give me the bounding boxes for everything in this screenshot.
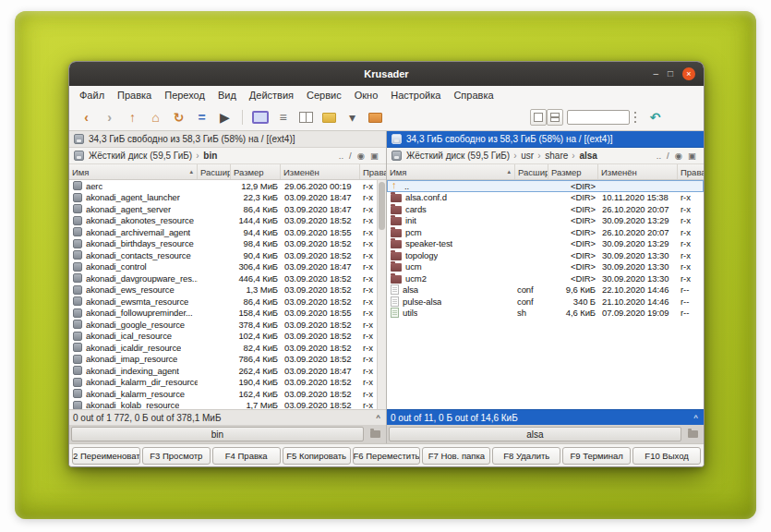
- function-key-button[interactable]: F7 Нов. папка: [422, 447, 490, 465]
- back-icon[interactable]: ‹: [75, 106, 98, 128]
- collapse-icon[interactable]: ^: [374, 414, 382, 422]
- toolbar-grip[interactable]: [633, 110, 640, 125]
- right-disk-usage-bar[interactable]: 34,3 ГиБ свободно из 58,3 ГиБ (58%) на /…: [387, 131, 704, 148]
- scrollbar[interactable]: [377, 180, 386, 409]
- home-icon[interactable]: ⌂: [144, 106, 167, 128]
- split-view-icon[interactable]: [295, 106, 318, 128]
- breadcrumb-segment[interactable]: share: [535, 151, 569, 161]
- rootdir-button[interactable]: /: [664, 150, 672, 163]
- file-row[interactable]: akonadi_kalarm_resource 162,4 КиБ 03.09.…: [69, 388, 386, 400]
- menu-item[interactable]: Действия: [243, 86, 300, 104]
- file-row[interactable]: pulse-alsa conf 340 Б 21.10.2020 14:46 r…: [387, 296, 704, 308]
- menu-item[interactable]: Сервис: [300, 86, 348, 104]
- function-key-button[interactable]: F10 Выход: [632, 447, 701, 465]
- view-mode-icon[interactable]: ≡: [271, 106, 295, 128]
- file-row[interactable]: akonadi_icaldir_resource 82,4 КиБ 03.09.…: [69, 342, 386, 354]
- rootdir-button[interactable]: /: [346, 150, 355, 163]
- title-bar[interactable]: Krusader – □ ×: [69, 62, 704, 86]
- file-row[interactable]: akonadi_google_resource 378,4 КиБ 03.09.…: [69, 319, 386, 331]
- minimize-button[interactable]: –: [653, 69, 658, 79]
- toolbar-extra-button-1[interactable]: [530, 109, 547, 126]
- file-row[interactable]: akonadi_followupreminder... 158,4 КиБ 03…: [69, 308, 386, 320]
- file-row[interactable]: akonadi_agent_server 86,4 КиБ 03.09.2020…: [69, 203, 386, 215]
- file-row[interactable]: aerc 12,9 МиБ 29.06.2020 00:19 r-x: [69, 180, 386, 192]
- forward-icon[interactable]: ›: [98, 106, 121, 128]
- new-tab-button[interactable]: [683, 427, 702, 441]
- file-row[interactable]: cards <DIR> 26.10.2020 20:07 r-x: [387, 203, 704, 215]
- file-row[interactable]: akonadi_imap_resource 786,4 КиБ 03.09.20…: [69, 354, 386, 366]
- file-row[interactable]: ucm <DIR> 30.09.2020 13:30 r-x: [387, 261, 704, 273]
- column-perms[interactable]: Права: [678, 164, 704, 179]
- file-row[interactable]: akonadi_contacts_resource 90,4 КиБ 03.09…: [69, 249, 386, 261]
- folder-icon[interactable]: [318, 106, 341, 128]
- equal-dirs-icon[interactable]: =: [190, 106, 213, 128]
- file-row[interactable]: akonadi_indexing_agent 262,4 КиБ 03.09.2…: [69, 365, 386, 377]
- root-icon[interactable]: ▶: [213, 106, 236, 128]
- file-row[interactable]: alsa.conf.d <DIR> 10.11.2020 15:38 r-x: [387, 192, 704, 204]
- breadcrumb-segment[interactable]: Жёсткий диск (59,5 ГиБ): [405, 151, 511, 161]
- function-key-button[interactable]: F9 Терминал: [562, 447, 631, 465]
- collapse-icon[interactable]: ^: [692, 414, 700, 422]
- file-row[interactable]: akonadi_agent_launcher 22,3 КиБ 03.09.20…: [69, 192, 386, 204]
- breadcrumb-segment[interactable]: usr: [511, 151, 535, 161]
- file-row[interactable]: topology <DIR> 30.09.2020 13:30 r-x: [387, 249, 704, 261]
- file-row[interactable]: ucm2 <DIR> 30.09.2020 13:30 r-x: [387, 272, 704, 284]
- dropdown-icon[interactable]: ▾: [341, 106, 364, 128]
- file-row[interactable]: akonadi_kalarm_dir_resource 190,4 КиБ 03…: [69, 377, 386, 389]
- file-row[interactable]: pcm <DIR> 26.10.2020 20:07 r-x: [387, 226, 704, 238]
- column-ext[interactable]: Расшир: [515, 164, 548, 179]
- column-perms[interactable]: Права: [360, 164, 386, 179]
- updir-button[interactable]: ..: [336, 150, 346, 163]
- panel-popup-button[interactable]: ▣: [685, 150, 699, 163]
- file-row[interactable]: akonadi_ewsmta_resource 86,4 КиБ 03.09.2…: [69, 296, 386, 308]
- new-tab-button[interactable]: [366, 427, 384, 441]
- menu-item[interactable]: Справка: [447, 86, 500, 104]
- file-row[interactable]: akonadi_control 306,4 КиБ 03.09.2020 18:…: [69, 261, 386, 273]
- menu-item[interactable]: Файл: [73, 86, 111, 104]
- history-button[interactable]: ◉: [672, 150, 685, 163]
- breadcrumb-segment[interactable]: Жёсткий диск (59,5 ГиБ): [88, 151, 193, 161]
- menu-item[interactable]: Правка: [111, 86, 158, 104]
- column-name[interactable]: Имя▴: [69, 164, 198, 179]
- menu-item[interactable]: Окно: [348, 86, 385, 104]
- menu-item[interactable]: Настройка: [384, 86, 447, 104]
- quick-filter-input[interactable]: [567, 110, 630, 125]
- file-row[interactable]: speaker-test <DIR> 30.09.2020 13:29 r-x: [387, 238, 704, 250]
- toolbar-extra-button-2[interactable]: [547, 109, 563, 126]
- file-row[interactable]: alsa conf 9,6 КиБ 22.10.2020 14:46 r--: [387, 284, 704, 296]
- file-row[interactable]: akonadi_akonotes_resource 144,4 КиБ 03.0…: [69, 215, 386, 227]
- maximize-button[interactable]: □: [668, 69, 673, 79]
- function-key-button[interactable]: F6 Переместить: [353, 447, 421, 465]
- function-key-button[interactable]: F2 Переименовать: [72, 447, 140, 465]
- menu-item[interactable]: Вид: [211, 86, 243, 104]
- column-size[interactable]: Размер: [231, 164, 281, 179]
- close-button[interactable]: ×: [682, 67, 695, 80]
- file-row[interactable]: .. <DIR>: [387, 180, 704, 192]
- column-modified[interactable]: Изменён: [281, 164, 360, 179]
- undo-button[interactable]: ↶: [644, 106, 667, 128]
- file-row[interactable]: init <DIR> 30.09.2020 13:29 r-x: [387, 215, 704, 227]
- function-key-button[interactable]: F5 Копировать: [283, 447, 351, 465]
- column-size[interactable]: Размер: [548, 164, 598, 179]
- file-row[interactable]: akonadi_ical_resource 102,4 КиБ 03.09.20…: [69, 331, 386, 343]
- left-disk-usage-bar[interactable]: 34,3 ГиБ свободно из 58,3 ГиБ (58%) на /…: [69, 131, 386, 148]
- updir-button[interactable]: ..: [654, 150, 664, 163]
- column-ext[interactable]: Расшир: [198, 164, 231, 179]
- file-row[interactable]: akonadi_kolab_resource 1,7 МиБ 03.09.202…: [69, 400, 386, 410]
- sync-folder-icon[interactable]: [364, 106, 387, 128]
- panel-popup-button[interactable]: ▣: [367, 150, 381, 163]
- breadcrumb-segment[interactable]: alsa: [569, 151, 598, 161]
- refresh-icon[interactable]: ↻: [167, 106, 190, 128]
- up-icon[interactable]: ↑: [121, 106, 144, 128]
- column-name[interactable]: Имя▴: [387, 164, 515, 179]
- file-row[interactable]: akonadi_birthdays_resource 98,4 КиБ 03.0…: [69, 238, 386, 250]
- file-row[interactable]: akonadi_ews_resource 1,3 МиБ 03.09.2020 …: [69, 284, 386, 296]
- file-row[interactable]: utils sh 4,6 КиБ 07.09.2020 19:09 r--: [387, 308, 704, 320]
- panel-tab[interactable]: bin: [71, 427, 364, 441]
- function-key-button[interactable]: F3 Просмотр: [142, 447, 211, 465]
- panel-tab[interactable]: alsa: [389, 427, 681, 441]
- menu-item[interactable]: Переход: [158, 86, 211, 104]
- breadcrumb-segment[interactable]: bin: [193, 151, 218, 161]
- column-modified[interactable]: Изменён: [598, 164, 678, 179]
- function-key-button[interactable]: F4 Правка: [212, 447, 281, 465]
